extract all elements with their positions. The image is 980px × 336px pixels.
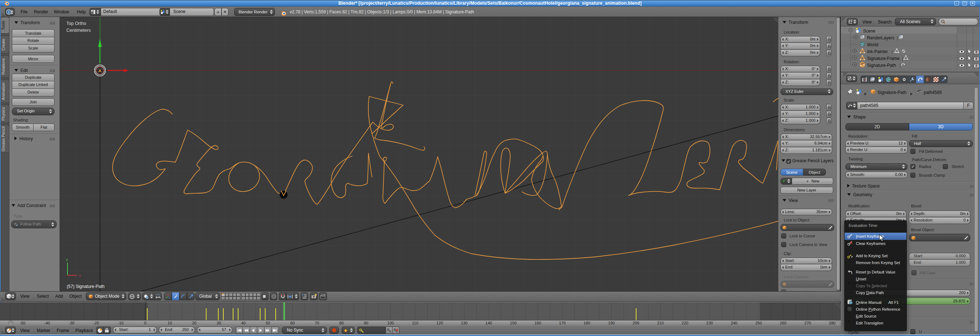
svg-text:160: 160 [535, 321, 541, 325]
svg-text:60: 60 [290, 321, 294, 325]
svg-text:250: 250 [755, 321, 762, 325]
svg-text:140: 140 [485, 321, 492, 325]
svg-text:110: 110 [412, 321, 418, 325]
svg-text:170: 170 [559, 321, 565, 325]
svg-text:-50: -50 [20, 321, 25, 325]
svg-text:90: 90 [364, 321, 368, 325]
svg-text:y: y [66, 258, 68, 262]
svg-text:0: 0 [144, 321, 146, 325]
svg-text:260: 260 [780, 321, 786, 325]
svg-text:100: 100 [387, 321, 394, 325]
svg-text:270: 270 [804, 321, 811, 325]
svg-text:i: i [8, 10, 10, 14]
svg-text:210: 210 [657, 321, 663, 325]
svg-text:80: 80 [339, 321, 344, 325]
svg-text:20: 20 [192, 321, 196, 325]
svg-text:30: 30 [216, 321, 221, 325]
svg-text:40: 40 [241, 321, 245, 325]
svg-text:10: 10 [167, 321, 172, 325]
svg-text:190: 190 [608, 321, 614, 325]
svg-text:-20: -20 [94, 321, 99, 325]
svg-text:x: x [79, 274, 81, 277]
svg-text:150: 150 [510, 321, 516, 325]
svg-text:50: 50 [266, 321, 270, 325]
svg-text:-10: -10 [118, 321, 124, 325]
svg-text:240: 240 [731, 321, 737, 325]
svg-text:200: 200 [633, 321, 639, 325]
svg-text:-40: -40 [45, 321, 50, 325]
svg-text:130: 130 [461, 321, 467, 325]
svg-text:220: 220 [682, 321, 688, 325]
svg-text:230: 230 [706, 321, 713, 325]
svg-text:180: 180 [584, 321, 590, 325]
svg-text:-30: -30 [69, 321, 75, 325]
svg-text:70: 70 [315, 321, 319, 325]
svg-text:120: 120 [436, 321, 443, 325]
svg-text:280: 280 [829, 321, 835, 325]
